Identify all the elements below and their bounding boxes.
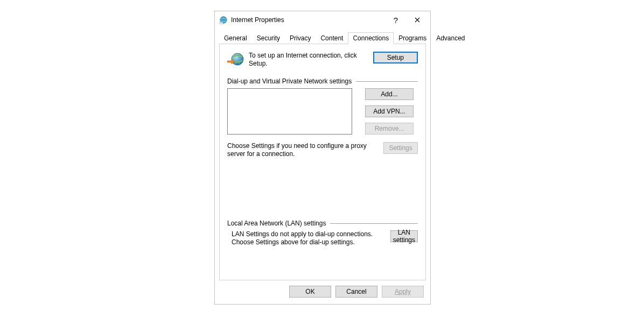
internet-options-icon bbox=[219, 16, 228, 24]
dialog-footer: OK Cancel Apply bbox=[215, 280, 430, 304]
lan-settings-button[interactable]: LAN settings bbox=[390, 230, 418, 242]
window-title: Internet Properties bbox=[231, 16, 385, 24]
ok-button[interactable]: OK bbox=[289, 286, 331, 298]
setup-button[interactable]: Setup bbox=[373, 52, 418, 63]
globe-arrow-icon bbox=[227, 52, 244, 69]
divider-line bbox=[330, 223, 418, 224]
close-button[interactable] bbox=[407, 12, 428, 27]
tab-programs[interactable]: Programs bbox=[394, 32, 431, 44]
divider-line bbox=[356, 81, 418, 82]
tab-panel-connections: To set up an Internet connection, click … bbox=[219, 44, 426, 280]
dialup-section-header: Dial-up and Virtual Private Network sett… bbox=[227, 77, 418, 85]
lan-header-label: Local Area Network (LAN) settings bbox=[227, 220, 326, 227]
tab-connections[interactable]: Connections bbox=[348, 32, 394, 44]
tab-security[interactable]: Security bbox=[252, 32, 285, 44]
tab-privacy[interactable]: Privacy bbox=[285, 32, 316, 44]
connection-settings-button[interactable]: Settings bbox=[383, 142, 418, 154]
tabstrip: General Security Privacy Content Connect… bbox=[219, 31, 426, 44]
dialup-header-label: Dial-up and Virtual Private Network sett… bbox=[227, 77, 352, 85]
cancel-button[interactable]: Cancel bbox=[335, 286, 377, 298]
internet-properties-dialog: Internet Properties ? General Security P… bbox=[214, 11, 431, 305]
add-vpn-button[interactable]: Add VPN... bbox=[365, 105, 414, 117]
tab-general[interactable]: General bbox=[219, 32, 252, 44]
help-button[interactable]: ? bbox=[385, 12, 407, 27]
dialup-connections-listbox[interactable] bbox=[227, 88, 352, 135]
lan-helper-text: LAN Settings do not apply to dial-up con… bbox=[227, 230, 390, 246]
titlebar: Internet Properties ? bbox=[215, 11, 430, 29]
intro-text: To set up an Internet connection, click … bbox=[249, 52, 373, 68]
apply-button[interactable]: Apply bbox=[382, 286, 424, 298]
remove-button[interactable]: Remove... bbox=[365, 123, 414, 135]
tab-advanced[interactable]: Advanced bbox=[431, 32, 470, 44]
lan-section-header: Local Area Network (LAN) settings bbox=[227, 220, 418, 227]
tab-content[interactable]: Content bbox=[316, 32, 348, 44]
tabs-area: General Security Privacy Content Connect… bbox=[215, 29, 430, 280]
svg-point-2 bbox=[221, 23, 221, 23]
proxy-helper-text: Choose Settings if you need to configure… bbox=[227, 142, 383, 158]
add-button[interactable]: Add... bbox=[365, 88, 414, 100]
